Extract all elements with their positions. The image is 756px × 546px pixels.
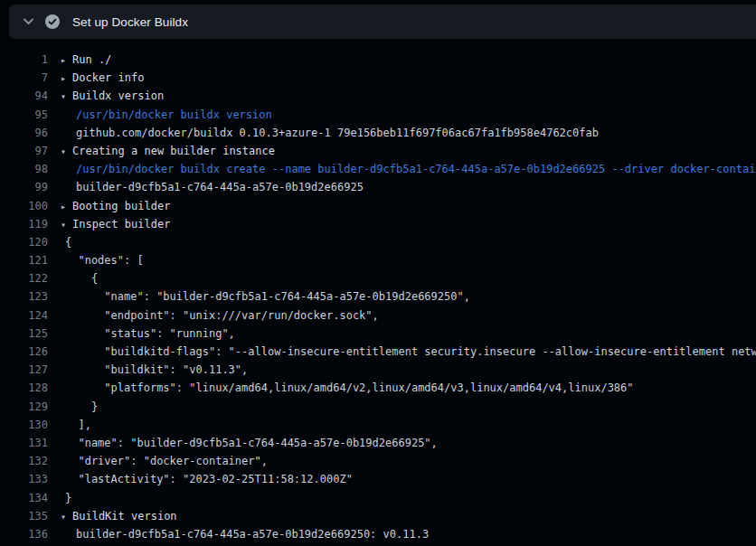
- output-text: "name": "builder-d9cfb5a1-c764-445a-a57e…: [65, 437, 438, 449]
- log-text-row: 125 "status": "running",: [0, 325, 756, 343]
- log-text-row: 131 "name": "builder-d9cfb5a1-c764-445a-…: [0, 434, 756, 452]
- log-line-content: "buildkitd-flags": "--allow-insecure-ent…: [48, 343, 756, 361]
- log-text-row: 132 "driver": "docker-container",: [0, 452, 756, 470]
- log-text-row: 134}: [0, 489, 756, 507]
- output-text: "status": "running",: [65, 327, 235, 340]
- line-number[interactable]: 122: [0, 269, 48, 287]
- line-number[interactable]: 127: [0, 361, 48, 379]
- log-line-content: {: [48, 269, 756, 287]
- caret-down-icon[interactable]: ▾: [61, 508, 72, 525]
- log-line-content: }: [48, 398, 756, 416]
- log-line-content: builder-d9cfb5a1-c764-445a-a57e-0b19d2e6…: [48, 178, 756, 196]
- log-group-row[interactable]: 94▾Buildx version: [0, 87, 756, 105]
- output-text: ],: [65, 419, 91, 431]
- line-number[interactable]: 128: [0, 379, 48, 397]
- log-text-row: 95/usr/bin/docker buildx version: [0, 106, 756, 124]
- output-text: {: [65, 272, 98, 285]
- log-line-content: "nodes": [: [48, 251, 756, 269]
- output-text: "lastActivity": "2023-02-25T11:58:12.000…: [65, 473, 353, 485]
- caret-right-icon[interactable]: ▸: [61, 70, 72, 87]
- line-number[interactable]: 123: [0, 287, 48, 306]
- line-number[interactable]: 125: [0, 325, 48, 343]
- line-number[interactable]: 1: [0, 51, 48, 69]
- log-line-content: "name": "builder-d9cfb5a1-c764-445a-a57e…: [48, 434, 756, 452]
- line-number[interactable]: 100: [0, 197, 48, 215]
- step-title: Set up Docker Buildx: [72, 15, 188, 29]
- caret-right-icon[interactable]: ▸: [61, 52, 72, 69]
- line-number[interactable]: 129: [0, 398, 48, 416]
- caret-down-icon[interactable]: ▾: [61, 143, 72, 160]
- line-number[interactable]: 121: [0, 251, 48, 269]
- log-text-row: 96github.com/docker/buildx 0.10.3+azure-…: [0, 124, 756, 142]
- line-number[interactable]: 7: [0, 69, 48, 87]
- line-number[interactable]: 119: [0, 215, 48, 233]
- output-text: {: [65, 236, 71, 249]
- line-number[interactable]: 96: [0, 124, 48, 142]
- chevron-down-icon[interactable]: [24, 18, 33, 25]
- log-line-content: ▸Docker info: [48, 69, 756, 87]
- log-line-content: }: [48, 489, 756, 507]
- line-number[interactable]: 98: [0, 160, 48, 178]
- output-text: "buildkitd-flags": "--allow-insecure-ent…: [65, 345, 756, 358]
- log-line-content: ▸Booting builder: [48, 197, 756, 215]
- log-line-content: {: [48, 233, 756, 251]
- caret-down-icon[interactable]: ▾: [61, 88, 72, 105]
- log-line-content: github.com/docker/buildx 0.10.3+azure-1 …: [48, 124, 756, 142]
- output-text: }: [65, 492, 71, 504]
- output-text: github.com/docker/buildx 0.10.3+azure-1 …: [65, 127, 599, 139]
- log-line-content: ▾Inspect builder: [48, 215, 756, 233]
- log-line-content: "lastActivity": "2023-02-25T11:58:12.000…: [48, 470, 756, 488]
- line-number[interactable]: 133: [0, 470, 48, 488]
- line-number[interactable]: 120: [0, 233, 48, 251]
- log-text-row: 124 "endpoint": "unix:///var/run/docker.…: [0, 306, 756, 325]
- command-text: /usr/bin/docker buildx create --name bui…: [65, 163, 756, 175]
- line-number[interactable]: 130: [0, 416, 48, 434]
- log-text-row: 136builder-d9cfb5a1-c764-445a-a57e-0b19d…: [0, 525, 756, 543]
- line-number[interactable]: 95: [0, 106, 48, 124]
- log-text-row: 127 "buildkit": "v0.11.3",: [0, 361, 756, 379]
- line-number[interactable]: 99: [0, 178, 48, 196]
- group-title: Creating a new builder instance: [72, 145, 275, 157]
- log-text-row: 120{: [0, 233, 756, 251]
- log-text-row: 133 "lastActivity": "2023-02-25T11:58:12…: [0, 470, 756, 488]
- output-text: "driver": "docker-container",: [65, 455, 268, 467]
- log-text-row: 98/usr/bin/docker buildx create --name b…: [0, 160, 756, 178]
- log-text-row: 121 "nodes": [: [0, 251, 756, 269]
- line-number[interactable]: 124: [0, 306, 48, 325]
- output-text: "buildkit": "v0.11.3",: [65, 363, 248, 376]
- line-number[interactable]: 136: [0, 525, 48, 543]
- log-line-content: /usr/bin/docker buildx create --name bui…: [48, 160, 756, 178]
- line-number[interactable]: 94: [0, 87, 48, 105]
- log-text-row: 130 ],: [0, 416, 756, 434]
- log-group-row[interactable]: 119▾Inspect builder: [0, 215, 756, 233]
- log-group-row[interactable]: 7▸Docker info: [0, 69, 756, 87]
- line-number[interactable]: 134: [0, 489, 48, 507]
- log-group-row[interactable]: 97▾Creating a new builder instance: [0, 142, 756, 160]
- log-group-row[interactable]: 135▾BuildKit version: [0, 507, 756, 525]
- output-text: builder-d9cfb5a1-c764-445a-a57e-0b19d2e6…: [65, 181, 364, 193]
- log-line-content: "driver": "docker-container",: [48, 452, 756, 470]
- output-text: "platforms": "linux/amd64,linux/amd64/v2…: [65, 381, 634, 394]
- log-text-row: 123 "name": "builder-d9cfb5a1-c764-445a-…: [0, 287, 756, 306]
- step-header[interactable]: Set up Docker Buildx: [9, 5, 756, 39]
- output-text: "endpoint": "unix:///var/run/docker.sock…: [65, 309, 379, 322]
- caret-right-icon[interactable]: ▸: [61, 198, 72, 215]
- line-number[interactable]: 131: [0, 434, 48, 452]
- line-number[interactable]: 97: [0, 142, 48, 160]
- log-group-row[interactable]: 1▸Run ./: [0, 51, 756, 69]
- line-number[interactable]: 135: [0, 507, 48, 525]
- output-text: "name": "builder-d9cfb5a1-c764-445a-a57e…: [65, 290, 470, 303]
- output-text: "nodes": [: [65, 254, 144, 267]
- line-number[interactable]: 126: [0, 343, 48, 361]
- log-lines: 1▸Run ./7▸Docker info94▾Buildx version95…: [0, 39, 756, 543]
- log-text-row: 128 "platforms": "linux/amd64,linux/amd6…: [0, 379, 756, 397]
- log-group-row[interactable]: 100▸Booting builder: [0, 197, 756, 215]
- log-line-content: ▾BuildKit version: [48, 507, 756, 525]
- log-text-row: 122 {: [0, 269, 756, 287]
- check-circle-icon: [45, 14, 60, 29]
- log-line-content: "buildkit": "v0.11.3",: [48, 361, 756, 379]
- line-number[interactable]: 132: [0, 452, 48, 470]
- caret-down-icon[interactable]: ▾: [61, 216, 72, 233]
- group-title: BuildKit version: [72, 510, 177, 522]
- log-text-row: 99builder-d9cfb5a1-c764-445a-a57e-0b19d2…: [0, 178, 756, 196]
